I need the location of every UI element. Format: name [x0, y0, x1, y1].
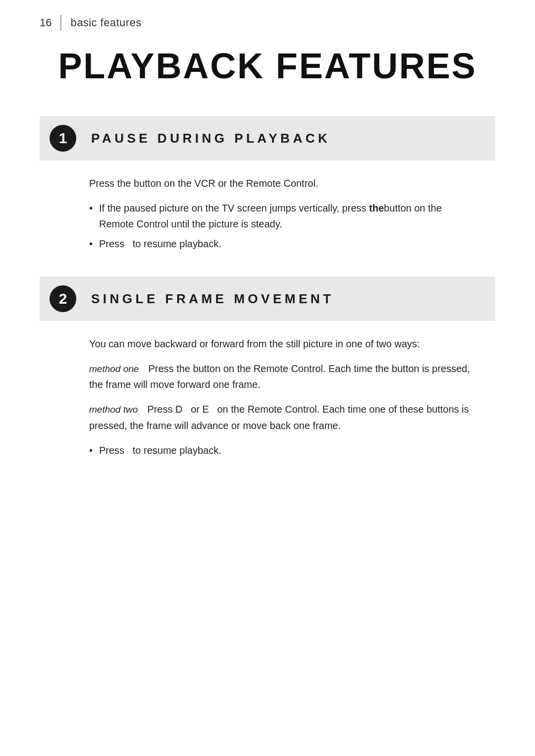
section-1-block: 1 PAUSE DURING PLAYBACK Press the button…: [40, 116, 495, 252]
section-2-bullet-1: Press to resume playback.: [89, 442, 476, 458]
section-label: basic features: [70, 16, 141, 29]
section-1-bullets: If the paused picture on the TV screen j…: [89, 200, 476, 252]
section-2-bullets: Press to resume playback.: [89, 442, 476, 458]
section-2-header: 2 SINGLE FRAME MOVEMENT: [40, 276, 495, 321]
section-2-intro: You can move backward or forward from th…: [89, 336, 476, 352]
section-1-content: Press the button on the VCR or the Remot…: [40, 175, 495, 252]
section-1-number-circle: 1: [50, 125, 76, 152]
section-1-title: PAUSE DURING PLAYBACK: [91, 131, 330, 146]
section-2-content: You can move backward or forward from th…: [40, 336, 495, 458]
section-2-method-one: method one Press the button on the Remot…: [89, 361, 476, 392]
section-2-method-two: method two Press D or E on the Remote Co…: [89, 401, 476, 433]
section-1-header: 1 PAUSE DURING PLAYBACK: [40, 116, 495, 161]
vertical-divider: [60, 15, 61, 31]
section-1-bullet-1: If the paused picture on the TV screen j…: [89, 200, 476, 232]
section-2-title: SINGLE FRAME MOVEMENT: [91, 291, 334, 307]
page-container: 16 basic features Playback Features 1 PA…: [0, 0, 535, 756]
section-1-para-1: Press the button on the VCR or the Remot…: [89, 175, 476, 191]
section-1-bullet-2: Press to resume playback.: [89, 236, 476, 252]
page-header: 16 basic features: [40, 15, 495, 31]
section-2-number-circle: 2: [50, 285, 76, 312]
section-2-number: 2: [59, 290, 67, 307]
page-number: 16: [40, 16, 52, 29]
page-title: Playback Features: [40, 46, 495, 86]
section-1-number: 1: [59, 130, 67, 147]
section-2-block: 2 SINGLE FRAME MOVEMENT You can move bac…: [40, 276, 495, 458]
